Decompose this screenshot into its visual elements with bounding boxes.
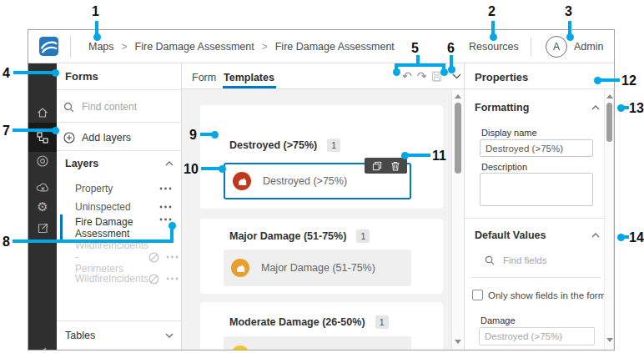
scroll-up-arrow[interactable] [455, 94, 461, 98]
redo-icon[interactable]: ↷ [417, 70, 427, 83]
layer-label: Fire Damage Assessment [75, 216, 133, 240]
find-content-search[interactable] [63, 96, 175, 118]
active-tab-underline [223, 86, 276, 88]
layer-label: Uninspected [75, 201, 131, 213]
search-input[interactable] [80, 100, 163, 113]
description-textarea[interactable] [480, 173, 593, 206]
chevron-up-icon[interactable] [591, 233, 600, 238]
find-fields-search[interactable] [485, 255, 588, 266]
callout-line [601, 78, 620, 82]
annotated-screenshot: Maps > Fire Damage Assessment > Fire Dam… [0, 0, 644, 353]
layer-label: Property [75, 183, 113, 194]
formatting-section-header[interactable]: Formatting [475, 102, 600, 113]
scrollbar-thumb[interactable] [455, 103, 461, 174]
find-fields-input[interactable] [501, 255, 588, 266]
moderate-damage-symbol-icon [231, 345, 249, 350]
callout-line [568, 21, 571, 34]
default-values-title: Default Values [475, 229, 546, 241]
callout-line [201, 167, 219, 170]
callout-number: 3 [565, 4, 572, 18]
group-header: Destroyed (>75%) 1 [229, 139, 340, 152]
app-sidebar: ⚙ » [28, 63, 57, 350]
templates-scrollbar[interactable] [451, 89, 464, 350]
duplicate-icon[interactable] [372, 161, 382, 171]
forms-panel-title: Forms [65, 70, 98, 83]
layer-menu-icon[interactable] [166, 255, 179, 259]
layer-item-fire-damage-assessment[interactable]: Fire Damage Assessment [57, 213, 182, 243]
layers-section-header[interactable]: Layers [65, 155, 174, 172]
callout-number: 13 [629, 101, 644, 115]
settings-gear-icon[interactable]: ⚙ [28, 200, 57, 214]
chevron-up-icon [165, 161, 174, 166]
template-card-major[interactable]: Major Damage (51-75%) [224, 250, 411, 286]
geofences-icon[interactable] [28, 154, 57, 168]
scrollbar-thumb[interactable] [606, 103, 612, 142]
layer-item-wildfire-incidents[interactable]: WildfireIncidents [57, 270, 182, 287]
damage-field-input[interactable] [479, 327, 595, 345]
callout-line [491, 21, 495, 34]
layer-menu-icon[interactable] [166, 277, 179, 280]
layer-menu-icon[interactable] [159, 205, 172, 209]
breadcrumb-map-name[interactable]: Fire Damage Assessment [135, 41, 254, 53]
add-layers-button[interactable]: Add layers [63, 127, 131, 149]
callout-dot [52, 127, 59, 134]
tab-templates[interactable]: Templates [224, 72, 274, 83]
damage-field-label: Damage [480, 315, 516, 325]
scroll-up-arrow[interactable] [606, 94, 613, 98]
description-label: Description [481, 162, 527, 172]
callout-dot [219, 165, 226, 173]
layer-item-property[interactable]: Property [57, 180, 182, 197]
delete-trash-icon[interactable] [390, 161, 400, 171]
app-window: Maps > Fire Damage Assessment > Fire Dam… [28, 29, 615, 350]
properties-scrollbar[interactable] [604, 89, 614, 350]
count-badge: 1 [356, 229, 370, 243]
breadcrumb-separator-icon: > [262, 41, 268, 53]
callout-number: 4 [3, 66, 10, 80]
default-values-section-header[interactable]: Default Values [475, 229, 600, 241]
chevron-down-icon[interactable] [452, 73, 461, 79]
count-badge: 1 [375, 315, 389, 329]
scroll-down-arrow[interactable] [606, 338, 613, 342]
only-show-fields-checkbox[interactable] [472, 290, 483, 300]
callout-number: 7 [3, 124, 10, 138]
display-name-input[interactable] [480, 139, 593, 157]
chevron-up-icon[interactable] [591, 105, 600, 110]
user-menu[interactable]: Admin [574, 30, 603, 63]
callout-number: 8 [3, 234, 10, 249]
template-label: Moderate Damage (26-50%) [261, 349, 393, 350]
templates-content: Destroyed (>75%) 1 Destroyed (>75%) [182, 89, 451, 350]
template-group-moderate: Moderate Damage (26-50%) 1 Moderate Dama… [200, 302, 443, 350]
offline-cloud-icon[interactable] [28, 181, 57, 194]
esri-logo-icon[interactable] [38, 36, 59, 57]
home-icon[interactable] [28, 106, 57, 119]
callout-number: 5 [411, 41, 419, 55]
callout-line [170, 229, 174, 240]
display-name-label: Display name [481, 128, 537, 138]
layer-item-wildfire-perimeters[interactable]: WildfireIncidents - Perimeters [57, 245, 182, 270]
group-title: Major Damage (51-75%) [229, 230, 346, 242]
undo-icon[interactable]: ↶ [402, 70, 412, 83]
scroll-down-arrow[interactable] [455, 340, 461, 344]
sharing-icon[interactable] [28, 222, 57, 234]
callout-dot [169, 222, 176, 229]
layer-menu-icon[interactable] [159, 218, 172, 221]
callout-dot [440, 68, 448, 76]
tab-form[interactable]: Form [192, 72, 216, 83]
breadcrumb-maps[interactable]: Maps [88, 41, 114, 53]
callout-number: 2 [488, 4, 496, 18]
callout-line [13, 240, 174, 243]
user-name: Admin [574, 41, 603, 53]
layer-menu-icon[interactable] [159, 187, 172, 190]
feedback-megaphone-icon[interactable] [28, 346, 57, 350]
template-group-major: Major Damage (51-75%) 1 Major Damage (51… [200, 219, 443, 294]
avatar[interactable]: A [546, 36, 567, 58]
tables-section-header[interactable]: Tables [65, 327, 174, 344]
callout-number: 6 [447, 41, 455, 55]
template-card-moderate[interactable]: Moderate Damage (26-50%) [224, 336, 411, 350]
callout-dot [211, 131, 219, 139]
callout-number: 12 [621, 73, 636, 88]
chevron-down-icon [165, 333, 174, 338]
topbar: Maps > Fire Damage Assessment > Fire Dam… [28, 30, 615, 63]
not-supported-icon [148, 274, 159, 285]
layers-title: Layers [65, 158, 98, 169]
